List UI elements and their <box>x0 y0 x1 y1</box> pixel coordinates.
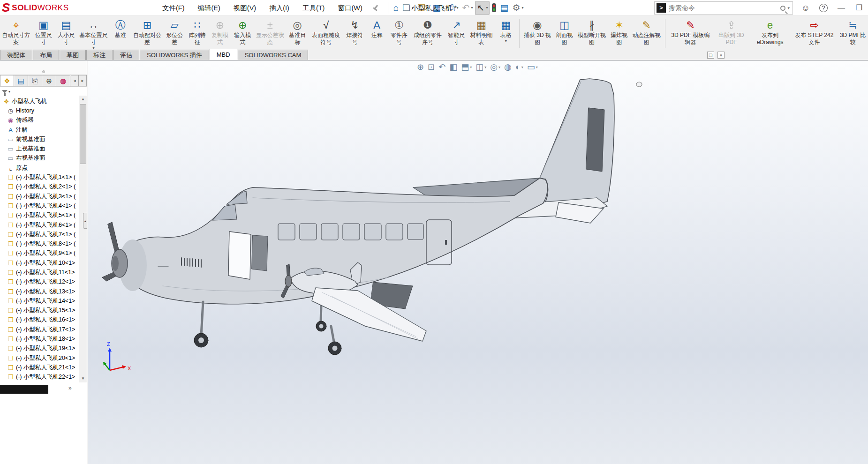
assembly-root-item[interactable]: ❖小型私人飞机 <box>0 97 79 106</box>
capture-3d-view-button[interactable]: ◉捕获 3D 视图 <box>522 18 553 46</box>
restore-button[interactable]: ❐ <box>850 0 868 16</box>
menu-item-0[interactable]: 文件(F) <box>156 0 191 16</box>
note-button[interactable]: A注释 <box>366 18 388 39</box>
minimize-button[interactable]: — <box>832 0 850 16</box>
dropdown-caret-icon[interactable]: ▾ <box>470 65 472 69</box>
view-orientation-button[interactable]: ⬒▾ <box>460 61 473 73</box>
open-button[interactable]: ❐▾ <box>416 1 430 15</box>
datum-target-button[interactable]: ◎基准目标 <box>286 18 309 46</box>
dropdown-caret-icon[interactable]: ▾ <box>521 6 523 10</box>
search-input[interactable] <box>669 4 780 12</box>
undock-ribbon-icon[interactable]: ❏ <box>707 52 714 59</box>
menu-item-2[interactable]: 视图(V) <box>227 0 263 16</box>
3d-pdf-template-editor-button[interactable]: ✎3D PDF 模板编辑器 <box>668 18 713 46</box>
model-break-view-button[interactable]: ∦模型断开视图 <box>576 18 608 46</box>
section-view-button[interactable]: ◫剖面视图 <box>553 18 575 46</box>
home-button[interactable]: ⌂ <box>392 1 400 15</box>
feature-tree-item[interactable]: A注解 <box>0 125 79 135</box>
feature-tree-item[interactable]: ❒(-) 小型私人飞机16<1> <box>0 315 79 325</box>
dropdown-caret-icon[interactable]: ▾ <box>484 65 486 69</box>
featuremanager-tab[interactable]: ❖ <box>0 75 14 86</box>
collapse-ribbon-icon[interactable]: ▾ <box>717 52 725 59</box>
feature-tree-item[interactable]: ❒(-) 小型私人飞机18<1> <box>0 334 79 344</box>
feature-tree-item[interactable]: ❒(-) 小型私人飞机12<1> <box>0 277 79 287</box>
feature-tree-item[interactable]: ❒(-) 小型私人飞机5<1> ( <box>0 211 79 220</box>
tab-addins[interactable]: SOLIDWORKS 插件 <box>140 50 209 60</box>
settings-button[interactable]: ⚙▾ <box>511 1 525 15</box>
zoom-area-button[interactable]: ⊡ <box>427 61 436 73</box>
geometric-tolerance-button[interactable]: ▱形位公差 <box>163 18 186 46</box>
propertymanager-tab[interactable]: ▤ <box>14 75 28 86</box>
feature-tree-item[interactable]: ❒(-) 小型私人飞机6<1> ( <box>0 220 79 230</box>
auto-dimension-scheme-button[interactable]: ⌖自动尺寸方案 <box>0 18 32 46</box>
bill-of-materials-button[interactable]: ▦材料明细表 <box>468 18 495 46</box>
feature-tree-item[interactable]: ▭右视基准面 <box>0 154 79 163</box>
command-search-box[interactable]: > ▾ <box>654 1 793 15</box>
search-caret-icon[interactable]: ▾ <box>787 6 790 10</box>
feature-tree-item[interactable]: ❒(-) 小型私人飞机21<1> <box>0 363 79 372</box>
size-dimension-button[interactable]: ▤大小尺寸 <box>55 18 77 46</box>
hide-show-items-button[interactable]: ◎▾ <box>489 61 501 73</box>
menu-item-1[interactable]: 编辑(E) <box>191 0 227 16</box>
edit-appearance-button[interactable]: ◍ <box>503 61 513 73</box>
section-view-button[interactable]: ◧ <box>448 61 458 73</box>
feature-tree-item[interactable]: ❒(-) 小型私人飞机13<1> <box>0 287 79 296</box>
configurationmanager-tab[interactable]: ⎘ <box>28 75 42 86</box>
scroll-up-icon[interactable]: ▲ <box>79 96 87 103</box>
tree-overflow-chevron[interactable]: » <box>68 385 72 391</box>
tab-evaluate[interactable]: 评估 <box>113 50 139 60</box>
feature-tree-item[interactable]: ◉传感器 <box>0 116 79 125</box>
feature-tree-item[interactable]: ❒(-) 小型私人飞机3<1> ( <box>0 192 79 201</box>
tab-layout[interactable]: 布局 <box>33 50 59 60</box>
feature-tree-item[interactable]: ❒(-) 小型私人飞机14<1> <box>0 296 79 306</box>
scrollbar-thumb[interactable] <box>80 104 86 164</box>
feature-tree-item[interactable]: ❒(-) 小型私人飞机19<1> <box>0 344 79 353</box>
tab-annotation[interactable]: 标注 <box>86 50 113 60</box>
filter-icon[interactable] <box>2 90 8 93</box>
panel-collapse-handle[interactable]: ◂ <box>83 213 87 229</box>
select-button[interactable]: ↖▾ <box>475 1 490 15</box>
graphics-viewport[interactable]: Z X ⊕⊡↶◧⬒▾◫▾◎▾◍◐▾▭▾ <box>88 61 868 464</box>
feature-tree-item[interactable]: ▭前视基准面 <box>0 135 79 144</box>
feature-tree-item[interactable]: ❒(-) 小型私人飞机9<1> ( <box>0 249 79 258</box>
feature-tree-item[interactable]: ❒(-) 小型私人飞机8<1> ( <box>0 239 79 248</box>
dropdown-caret-icon[interactable]: ▾ <box>457 6 459 10</box>
pattern-feature-button[interactable]: ∷阵列特征 <box>186 18 208 46</box>
publish-step242-button[interactable]: ⇨发布 STEP 242 文件 <box>791 18 838 46</box>
balloon-button[interactable]: ①零件序号 <box>388 18 410 46</box>
panel-splitter[interactable] <box>0 61 87 75</box>
feature-tree-item[interactable]: ❒(-) 小型私人飞机10<1> <box>0 258 79 268</box>
auto-pair-tolerance-button[interactable]: ⊞自动配对公差 <box>131 18 164 46</box>
dynamic-annotation-views-button[interactable]: ✎动态注解视图 <box>631 18 663 46</box>
help-button[interactable]: ? <box>815 0 832 16</box>
3d-pmi-compare-button[interactable]: ≒3D PMI 比较 <box>838 18 868 46</box>
dropdown-caret-icon[interactable]: ▾ <box>471 6 473 10</box>
feature-tree-item[interactable]: ❒(-) 小型私人飞机4<1> ( <box>0 201 79 210</box>
pin-menu-icon[interactable] <box>371 3 380 13</box>
previous-view-button[interactable]: ↶ <box>438 61 446 73</box>
airplane-model[interactable]: Z X <box>88 61 868 464</box>
exploded-view-button[interactable]: ✶爆炸视图 <box>608 18 630 46</box>
feature-tree-item[interactable]: ❒(-) 小型私人飞机11<1> <box>0 268 79 277</box>
search-icon[interactable] <box>780 6 785 11</box>
menu-item-5[interactable]: 窗口(W) <box>331 0 369 16</box>
publish-edrawings-button[interactable]: e发布到 eDrawings <box>749 18 791 46</box>
basic-location-dimension-button[interactable]: ↔基本位置尺寸▾ <box>77 18 110 50</box>
feature-tree-item[interactable]: ❒(-) 小型私人飞机22<1> <box>0 373 79 382</box>
tables-button[interactable]: ▦表格▾ <box>495 18 517 43</box>
tree-scrollbar[interactable]: ▲ ▼ <box>79 96 87 382</box>
new-document-button[interactable]: ❏▾ <box>401 1 415 15</box>
import-scheme-button[interactable]: ⊕输入模式 <box>231 18 254 46</box>
scroll-down-icon[interactable]: ▼ <box>79 375 87 382</box>
dropdown-caret-icon[interactable]: ▾ <box>536 65 538 69</box>
filter-caret-icon[interactable]: ▾ <box>8 90 10 94</box>
feature-tree-item[interactable]: ❒(-) 小型私人飞机1<1> ( <box>0 172 79 182</box>
tab-scroll-right-icon[interactable]: ▸ <box>79 75 87 86</box>
location-dimension-button[interactable]: ▣位置尺寸 <box>32 18 55 46</box>
feature-tree-item[interactable]: ❒(-) 小型私人飞机17<1> <box>0 325 79 334</box>
dropdown-caret-icon[interactable]: ▾ <box>412 6 414 10</box>
feature-tree-item[interactable]: ◷History <box>0 106 79 115</box>
display-style-button[interactable]: ◫▾ <box>475 61 487 73</box>
rebuild-button[interactable] <box>491 1 498 15</box>
tab-sketch[interactable]: 草图 <box>60 50 86 60</box>
